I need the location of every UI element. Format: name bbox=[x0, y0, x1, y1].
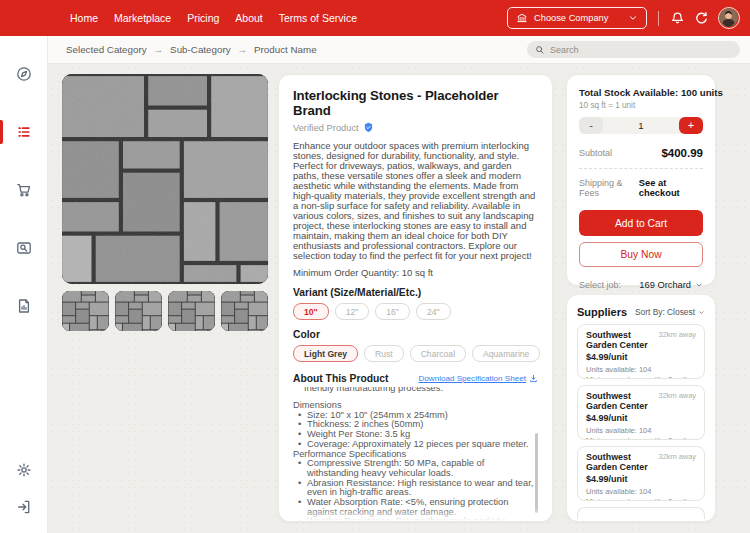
about-scrollbar[interactable] bbox=[535, 433, 538, 513]
supplier-units-available: Units available: 104 bbox=[586, 487, 696, 496]
product-title: Interlocking Stones - Placeholder Brand bbox=[293, 88, 538, 118]
variant-chip-12[interactable]: 12" bbox=[335, 303, 370, 320]
breadcrumb-separator: → bbox=[154, 44, 164, 55]
download-icon bbox=[529, 374, 538, 383]
choose-company-dropdown[interactable]: Choose Company bbox=[507, 7, 647, 29]
variant-chip-24[interactable]: 24" bbox=[416, 303, 451, 320]
product-details-card: Interlocking Stones - Placeholder Brand … bbox=[278, 74, 553, 522]
suppliers-heading: Suppliers bbox=[577, 306, 627, 318]
refresh-icon[interactable] bbox=[694, 11, 709, 26]
nav-link-terms[interactable]: Terms of Service bbox=[279, 12, 357, 24]
chevron-down-icon bbox=[698, 309, 705, 316]
supplier-card[interactable]: Southwest Garden Center 32km away $4.99/… bbox=[577, 385, 705, 440]
variant-chip-row: 10" 12" 16" 24" bbox=[293, 303, 538, 320]
nav-link-about[interactable]: About bbox=[235, 12, 262, 24]
breadcrumb-category[interactable]: Selected Category bbox=[66, 44, 147, 55]
quantity-increase-button[interactable]: + bbox=[679, 117, 703, 134]
subtotal-label: Subtotal bbox=[579, 148, 612, 158]
nav-link-pricing[interactable]: Pricing bbox=[187, 12, 219, 24]
supplier-card[interactable]: Southwest Garden Center 32km away $4.99/… bbox=[577, 446, 705, 501]
subtotal-value: $400.99 bbox=[661, 147, 703, 159]
breadcrumb-product[interactable]: Product Name bbox=[254, 44, 317, 55]
color-chip-charcoal[interactable]: Charcoal bbox=[410, 345, 466, 362]
orders-list-icon[interactable] bbox=[0, 112, 48, 152]
spec-bullet: Weather Resistance: Freeze-thaw cycle an… bbox=[298, 517, 538, 521]
product-thumbnail-4[interactable] bbox=[221, 291, 268, 331]
product-thumbnail-1[interactable] bbox=[62, 291, 109, 331]
job-dropdown[interactable]: 169 Orchard bbox=[639, 280, 703, 290]
choose-company-label: Choose Company bbox=[534, 13, 622, 23]
about-product-scroll-area[interactable]: friendly manufacturing processes. Dimens… bbox=[293, 387, 538, 521]
product-image-gallery bbox=[62, 74, 268, 331]
select-job-label: Select job: bbox=[579, 280, 621, 290]
supplier-moq: Minimum order quantity: 5 units bbox=[586, 436, 696, 440]
color-chip-aquamarine[interactable]: Aquamarine bbox=[472, 345, 540, 362]
breadcrumb-separator: → bbox=[238, 44, 248, 55]
suppliers-panel: Suppliers Sort By: Closest Southwest Gar… bbox=[566, 294, 716, 522]
invoice-icon[interactable] bbox=[0, 286, 48, 326]
variant-chip-10[interactable]: 10" bbox=[293, 303, 329, 320]
product-main-image[interactable] bbox=[62, 74, 268, 284]
color-chip-rust[interactable]: Rust bbox=[364, 345, 404, 362]
spec-bullet: Water Absorption Rate: <5%, ensuring pro… bbox=[298, 498, 538, 517]
unit-conversion-note: 10 sq ft = 1 unit bbox=[579, 101, 703, 110]
quantity-decrease-button[interactable]: - bbox=[579, 117, 603, 134]
product-description: Enhance your outdoor spaces with premium… bbox=[293, 141, 538, 261]
product-thumbnail-2[interactable] bbox=[115, 291, 162, 331]
spec-bullet: Abrasion Resistance: High resistance to … bbox=[298, 479, 538, 498]
quantity-value[interactable]: 1 bbox=[603, 120, 679, 131]
supplier-card[interactable]: Southwest Garden Center 32km away $4.99/… bbox=[577, 324, 705, 379]
left-sidebar bbox=[0, 36, 48, 533]
about-product-heading: About This Product bbox=[293, 373, 389, 384]
verified-product-label: Verified Product bbox=[293, 123, 359, 133]
building-icon bbox=[516, 12, 528, 24]
minimum-order-note: Minimum Order Quantity: 10 sq ft bbox=[293, 267, 538, 278]
shipping-fees-label: Shipping & Fees bbox=[579, 178, 639, 198]
spec-bullet: Coverage: Approximately 12 pieces per sq… bbox=[298, 440, 538, 450]
search-input[interactable] bbox=[550, 45, 732, 55]
variant-section-label: Variant (Size/Material/Etc.) bbox=[293, 287, 538, 298]
supplier-units-available: Units available: 104 bbox=[586, 365, 696, 374]
cart-icon[interactable] bbox=[0, 170, 48, 210]
nav-link-marketplace[interactable]: Marketplace bbox=[114, 12, 171, 24]
buy-now-button[interactable]: Buy Now bbox=[579, 242, 703, 267]
download-spec-sheet-link[interactable]: Download Specification Sheet bbox=[418, 374, 538, 383]
spec-bullet: Compressive Strength: 50 MPa, capable of… bbox=[298, 459, 538, 478]
supplier-distance: 32km away bbox=[659, 391, 696, 400]
search-icon bbox=[535, 45, 545, 55]
nav-link-home[interactable]: Home bbox=[70, 12, 98, 24]
dimensions-list: Size: 10" x 10" (254mm x 254mm) Thicknes… bbox=[293, 411, 538, 450]
compass-icon[interactable] bbox=[0, 54, 48, 94]
color-chip-row: Light Grey Rust Charcoal Aquamarine bbox=[293, 345, 538, 362]
verified-shield-icon bbox=[363, 122, 374, 133]
quantity-stepper: - 1 + bbox=[579, 117, 703, 134]
search-box[interactable] bbox=[527, 41, 740, 58]
top-nav-links: Home Marketplace Pricing About Terms of … bbox=[70, 12, 357, 24]
topbar-divider bbox=[658, 11, 659, 26]
supplier-price: $4.99/unit bbox=[586, 413, 696, 423]
variant-chip-16[interactable]: 16" bbox=[375, 303, 410, 320]
add-to-cart-button[interactable]: Add to Cart bbox=[579, 210, 703, 236]
logout-icon[interactable] bbox=[0, 488, 48, 525]
supplier-moq: Minimum order quantity: 5 units bbox=[586, 497, 696, 501]
supplier-card-partial[interactable] bbox=[577, 507, 705, 519]
supplier-name: Southwest Garden Center bbox=[586, 391, 655, 411]
chevron-down-icon bbox=[628, 13, 638, 23]
color-section-label: Color bbox=[293, 329, 538, 340]
breadcrumb-bar: Selected Category → Sub-Category → Produ… bbox=[48, 36, 750, 64]
chevron-down-icon bbox=[695, 281, 703, 289]
product-thumbnail-3[interactable] bbox=[168, 291, 215, 331]
supplier-price: $4.99/unit bbox=[586, 352, 696, 362]
breadcrumb-subcategory[interactable]: Sub-Category bbox=[170, 44, 230, 55]
supplier-distance: 32km away bbox=[659, 330, 696, 339]
sort-by-dropdown[interactable]: Sort By: Closest bbox=[635, 307, 705, 317]
color-chip-light-grey[interactable]: Light Grey bbox=[293, 345, 358, 362]
dashed-divider bbox=[579, 168, 703, 169]
supplier-distance: 32km away bbox=[659, 452, 696, 461]
sidebar-bottom-group bbox=[0, 451, 48, 533]
quote-search-icon[interactable] bbox=[0, 228, 48, 268]
notifications-bell-icon[interactable] bbox=[670, 11, 685, 26]
settings-gear-icon[interactable] bbox=[0, 451, 48, 488]
user-avatar[interactable] bbox=[718, 7, 740, 29]
purchase-panel: Total Stock Available: 100 units 10 sq f… bbox=[566, 74, 716, 286]
